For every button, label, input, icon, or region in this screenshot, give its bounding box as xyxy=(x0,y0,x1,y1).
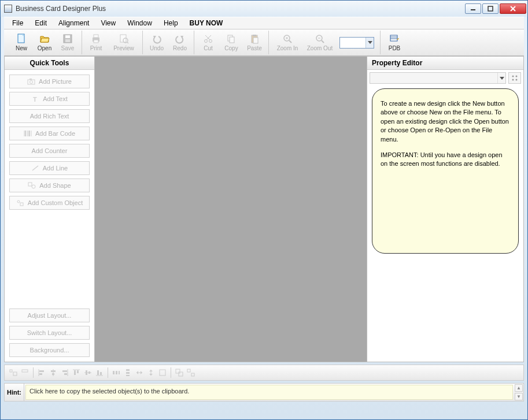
svg-marker-83 xyxy=(136,371,138,374)
ungroup-icon[interactable] xyxy=(186,367,196,378)
scissors-icon xyxy=(203,34,213,44)
redo-icon xyxy=(175,34,185,44)
alignment-toolbar xyxy=(4,365,524,381)
distribute-h-icon[interactable] xyxy=(111,367,121,378)
zoom-out-button[interactable]: Zoom Out xyxy=(304,31,336,54)
quick-tools-title: Quick Tools xyxy=(5,57,94,70)
minimize-button[interactable] xyxy=(465,3,481,14)
svg-text:T: T xyxy=(33,96,37,102)
group-icon[interactable] xyxy=(174,367,184,378)
svg-point-37 xyxy=(30,81,33,84)
svg-rect-63 xyxy=(52,373,54,375)
chevron-down-icon xyxy=(368,41,372,44)
window-title: Business Card Designer Plus xyxy=(16,5,106,13)
paste-button[interactable]: Paste xyxy=(243,31,266,54)
svg-rect-69 xyxy=(77,370,79,373)
same-size-icon[interactable] xyxy=(157,367,168,378)
svg-line-14 xyxy=(127,42,128,43)
svg-rect-50 xyxy=(20,203,23,206)
add-shape-button[interactable]: Add Shape xyxy=(9,179,90,192)
zoom-in-button[interactable]: Zoom In xyxy=(271,31,304,54)
toolbar: New Open Save Print Preview xyxy=(4,29,524,56)
add-barcode-button[interactable]: Add Bar Code xyxy=(9,127,90,140)
titlebar: Business Card Designer Plus xyxy=(1,1,527,17)
add-line-button[interactable]: Add Line xyxy=(9,161,90,175)
align-icon[interactable] xyxy=(8,367,19,378)
svg-point-53 xyxy=(512,79,514,81)
undo-button[interactable]: Undo xyxy=(145,31,168,54)
svg-rect-56 xyxy=(13,372,17,376)
open-button[interactable]: Open xyxy=(33,31,56,54)
property-grid-button[interactable] xyxy=(508,72,521,84)
svg-marker-86 xyxy=(149,370,153,371)
app-icon xyxy=(4,5,12,13)
adjust-layout-button[interactable]: Adjust Layout... xyxy=(9,309,90,322)
same-height-icon[interactable] xyxy=(146,367,156,378)
hint-up-button[interactable]: ▲ xyxy=(515,384,523,392)
database-icon xyxy=(389,34,400,44)
align-middle-icon[interactable] xyxy=(83,367,93,378)
menu-alignment[interactable]: Alignment xyxy=(54,18,94,28)
hint-label: Hint: xyxy=(5,384,24,401)
close-button[interactable] xyxy=(500,3,526,14)
menu-window[interactable]: Window xyxy=(123,18,157,28)
text-icon: T xyxy=(31,95,39,102)
hint-bar: Hint: Click here to copy the selected ob… xyxy=(4,383,524,402)
svg-line-27 xyxy=(289,40,291,43)
design-canvas[interactable] xyxy=(95,57,367,362)
maximize-button[interactable] xyxy=(482,3,499,14)
menu-edit[interactable]: Edit xyxy=(30,18,51,28)
add-custom-object-button[interactable]: Add Custom Object xyxy=(9,196,90,210)
background-button[interactable]: Background... xyxy=(9,343,90,357)
preview-button[interactable]: Preview xyxy=(108,31,140,54)
new-button[interactable]: New xyxy=(10,31,33,54)
svg-rect-88 xyxy=(160,370,165,376)
svg-rect-89 xyxy=(176,369,180,373)
align-bottom-icon[interactable] xyxy=(94,367,105,378)
align-top-icon[interactable] xyxy=(71,367,82,378)
svg-rect-24 xyxy=(253,35,256,36)
svg-rect-80 xyxy=(126,372,130,374)
svg-rect-91 xyxy=(187,369,190,372)
menubar: File Edit Alignment View Window Help BUY… xyxy=(4,17,524,29)
zoom-combo[interactable] xyxy=(339,37,374,49)
svg-rect-33 xyxy=(390,35,397,41)
property-object-selector[interactable] xyxy=(370,72,506,84)
pdb-button[interactable]: PDB xyxy=(383,31,406,54)
cut-button[interactable]: Cut xyxy=(197,31,220,54)
svg-rect-8 xyxy=(65,39,70,42)
svg-rect-75 xyxy=(100,372,102,375)
align-icon[interactable] xyxy=(20,367,30,378)
svg-rect-76 xyxy=(113,371,115,374)
menu-buy-now[interactable]: BUY NOW xyxy=(185,18,228,28)
align-center-icon[interactable] xyxy=(48,367,58,378)
svg-rect-71 xyxy=(86,370,87,375)
svg-marker-87 xyxy=(149,374,153,376)
menu-help[interactable]: Help xyxy=(159,18,183,28)
switch-layout-button[interactable]: Switch Layout... xyxy=(9,326,90,340)
svg-rect-25 xyxy=(253,38,258,43)
menu-view[interactable]: View xyxy=(96,18,120,28)
align-left-icon[interactable] xyxy=(36,367,47,378)
save-button[interactable]: Save xyxy=(56,31,79,54)
svg-rect-90 xyxy=(179,372,183,376)
add-rich-text-button[interactable]: Add Rich Text xyxy=(9,109,90,123)
svg-line-46 xyxy=(32,166,38,170)
add-text-button[interactable]: TAdd Text xyxy=(9,92,90,106)
new-file-icon xyxy=(16,34,27,44)
redo-button[interactable]: Redo xyxy=(168,31,191,54)
align-right-icon[interactable] xyxy=(60,367,70,378)
svg-rect-55 xyxy=(10,370,12,372)
same-width-icon[interactable] xyxy=(134,367,145,378)
distribute-v-icon[interactable] xyxy=(123,367,133,378)
add-picture-button[interactable]: Add Picture xyxy=(9,75,90,88)
menu-file[interactable]: File xyxy=(8,18,28,28)
add-counter-button[interactable]: Add Counter xyxy=(9,144,90,158)
property-editor-panel: Property Editor To create a new design c… xyxy=(367,57,523,362)
svg-rect-78 xyxy=(119,371,120,374)
hint-down-button[interactable]: ▼ xyxy=(515,393,523,400)
svg-rect-81 xyxy=(126,375,130,376)
svg-rect-59 xyxy=(39,370,44,372)
print-button[interactable]: Print xyxy=(84,31,108,54)
copy-button[interactable]: Copy xyxy=(220,31,243,54)
